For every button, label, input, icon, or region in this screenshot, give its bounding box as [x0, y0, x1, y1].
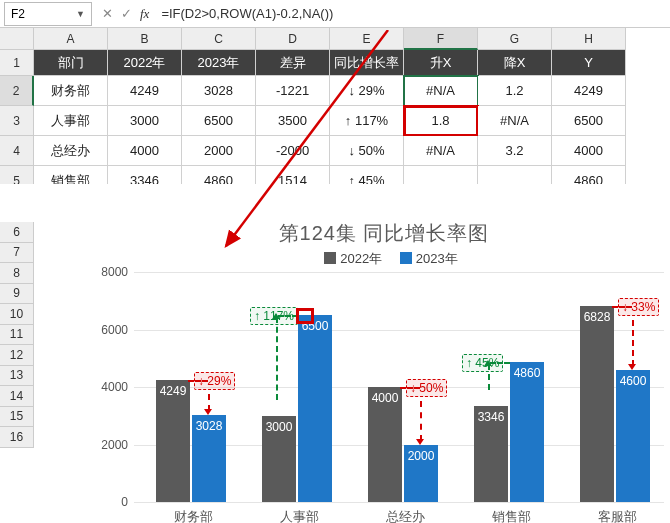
column-header-G[interactable]: G: [478, 28, 552, 50]
cell-A1[interactable]: 部门: [34, 50, 108, 76]
row-header-10[interactable]: 10: [0, 304, 34, 325]
x-category-人事部: 人事部: [246, 508, 352, 523]
bar-2022-人事部: 3000: [262, 416, 296, 502]
pct-badge-销售部: ↑ 45%: [462, 354, 503, 372]
cell-D1[interactable]: 差异: [256, 50, 330, 76]
column-headers: ABCDEFGH: [0, 28, 670, 50]
chart-plot-area: 0200040006000800042493028财务部↓ 29%3000650…: [134, 272, 664, 502]
fx-icon[interactable]: fx: [140, 6, 149, 22]
bar-2023-客服部: 4600: [616, 370, 650, 502]
row-header-1[interactable]: 1: [0, 50, 34, 76]
bar-label: 2000: [404, 449, 438, 463]
x-category-总经办: 总经办: [352, 508, 458, 523]
column-header-B[interactable]: B: [108, 28, 182, 50]
cell-D3[interactable]: 3500: [256, 106, 330, 136]
cell-E4[interactable]: ↓ 50%: [330, 136, 404, 166]
row-header-2[interactable]: 2: [0, 76, 34, 106]
cell-F1[interactable]: 升X: [404, 50, 478, 76]
column-header-D[interactable]: D: [256, 28, 330, 50]
row-header-11[interactable]: 11: [0, 325, 34, 346]
cell-B5[interactable]: 3346: [108, 166, 182, 184]
row-header-5[interactable]: 5: [0, 166, 34, 184]
cell-H5[interactable]: 4860: [552, 166, 626, 184]
chart-legend: 2022年 2023年: [94, 250, 670, 268]
name-box-value: F2: [11, 7, 25, 21]
cell-C5[interactable]: 4860: [182, 166, 256, 184]
pct-badge-财务部: ↓ 29%: [194, 372, 235, 390]
cell-A2[interactable]: 财务部: [34, 76, 108, 106]
cell-G5[interactable]: [478, 166, 552, 184]
cell-G2[interactable]: 1.2: [478, 76, 552, 106]
column-header-A[interactable]: A: [34, 28, 108, 50]
cell-A4[interactable]: 总经办: [34, 136, 108, 166]
name-box[interactable]: F2 ▼: [4, 2, 92, 26]
cell-D5[interactable]: 1514: [256, 166, 330, 184]
row-header-15[interactable]: 15: [0, 407, 34, 428]
column-header-E[interactable]: E: [330, 28, 404, 50]
cell-D2[interactable]: -1221: [256, 76, 330, 106]
cell-E2[interactable]: ↓ 29%: [330, 76, 404, 106]
legend-swatch-2022: [324, 252, 336, 264]
cell-B2[interactable]: 4249: [108, 76, 182, 106]
spreadsheet-grid: ABCDEFGH 1部门2022年2023年差异同比增长率升X降XY2财务部42…: [0, 28, 670, 184]
legend-label-2023: 2023年: [416, 251, 458, 266]
cell-A3[interactable]: 人事部: [34, 106, 108, 136]
row-header-13[interactable]: 13: [0, 366, 34, 387]
cell-G1[interactable]: 降X: [478, 50, 552, 76]
y-tick-8000: 8000: [96, 265, 128, 279]
cancel-icon[interactable]: ✕: [102, 6, 113, 21]
cell-F2[interactable]: #N/A: [404, 76, 478, 106]
bar-label: 4000: [368, 391, 402, 405]
bar-label: 4860: [510, 366, 544, 380]
cell-F5[interactable]: [404, 166, 478, 184]
cell-E3[interactable]: ↑ 117%: [330, 106, 404, 136]
cell-C4[interactable]: 2000: [182, 136, 256, 166]
y-tick-2000: 2000: [96, 438, 128, 452]
row-header-12[interactable]: 12: [0, 345, 34, 366]
row-header-14[interactable]: 14: [0, 386, 34, 407]
cell-H1[interactable]: Y: [552, 50, 626, 76]
chart: 第124集 同比增长率图 2022年 2023年 020004000600080…: [94, 222, 670, 523]
cell-F3[interactable]: 1.8: [404, 106, 478, 136]
column-header-C[interactable]: C: [182, 28, 256, 50]
column-header-H[interactable]: H: [552, 28, 626, 50]
row-header-8[interactable]: 8: [0, 263, 34, 284]
enter-icon[interactable]: ✓: [121, 6, 132, 21]
row-header-3[interactable]: 3: [0, 106, 34, 136]
cell-C2[interactable]: 3028: [182, 76, 256, 106]
row-header-16[interactable]: 16: [0, 427, 34, 448]
row-header-9[interactable]: 9: [0, 284, 34, 305]
cell-H4[interactable]: 4000: [552, 136, 626, 166]
cell-F4[interactable]: #N/A: [404, 136, 478, 166]
bar-2022-销售部: 3346: [474, 406, 508, 502]
chevron-down-icon[interactable]: ▼: [76, 9, 85, 19]
cell-H2[interactable]: 4249: [552, 76, 626, 106]
row-header-4[interactable]: 4: [0, 136, 34, 166]
select-all-corner[interactable]: [0, 28, 34, 50]
annotation-highlight-box: [296, 308, 314, 324]
bar-label: 4249: [156, 384, 190, 398]
cell-A5[interactable]: 销售部: [34, 166, 108, 184]
cell-G3[interactable]: #N/A: [478, 106, 552, 136]
cell-G4[interactable]: 3.2: [478, 136, 552, 166]
cell-E5[interactable]: ↑ 45%: [330, 166, 404, 184]
formula-input[interactable]: =IF(D2>0,ROW(A1)-0.2,NA()): [155, 4, 670, 23]
bar-2022-财务部: 4249: [156, 380, 190, 502]
x-category-销售部: 销售部: [458, 508, 564, 523]
bar-2022-客服部: 6828: [580, 306, 614, 502]
formula-bar-buttons: ✕ ✓ fx: [96, 6, 155, 22]
cell-B1[interactable]: 2022年: [108, 50, 182, 76]
cell-B3[interactable]: 3000: [108, 106, 182, 136]
bar-label: 4600: [616, 374, 650, 388]
cell-C1[interactable]: 2023年: [182, 50, 256, 76]
cell-D4[interactable]: -2000: [256, 136, 330, 166]
cell-B4[interactable]: 4000: [108, 136, 182, 166]
column-header-F[interactable]: F: [404, 28, 478, 50]
row-header-7[interactable]: 7: [0, 243, 34, 264]
cell-C3[interactable]: 6500: [182, 106, 256, 136]
cell-H3[interactable]: 6500: [552, 106, 626, 136]
bar-2022-总经办: 4000: [368, 387, 402, 502]
row-header-6[interactable]: 6: [0, 222, 34, 243]
cell-E1[interactable]: 同比增长率: [330, 50, 404, 76]
formula-bar: F2 ▼ ✕ ✓ fx =IF(D2>0,ROW(A1)-0.2,NA()): [0, 0, 670, 28]
